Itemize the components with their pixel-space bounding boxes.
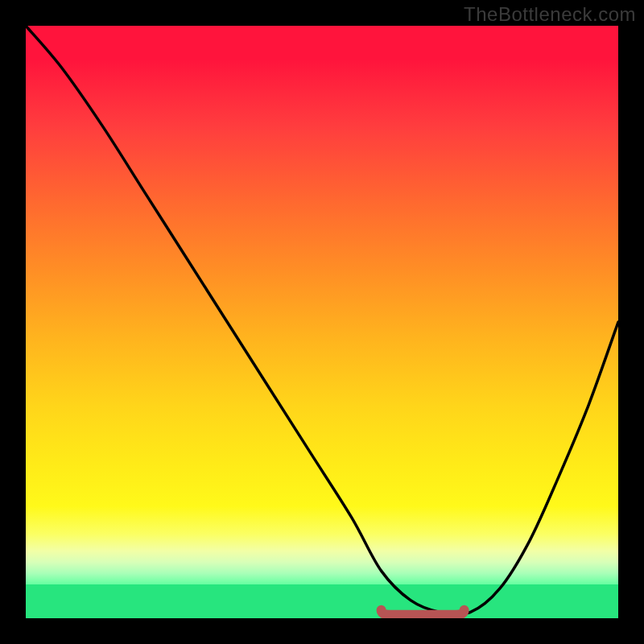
watermark-text: TheBottleneck.com [464,3,636,26]
bottleneck-curve [26,26,618,614]
curve-layer [26,26,618,618]
chart-stage: TheBottleneck.com [0,0,644,644]
plot-area [26,26,618,618]
valley-marker [382,610,464,615]
